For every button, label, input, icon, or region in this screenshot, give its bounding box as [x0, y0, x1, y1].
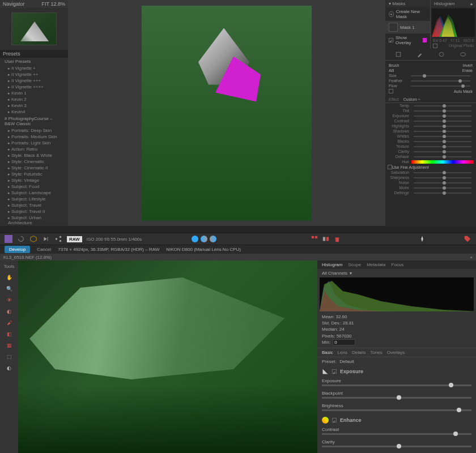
- tab-basic[interactable]: Basic: [322, 350, 333, 355]
- overlay-tool[interactable]: ◧: [5, 330, 13, 338]
- channel-blue[interactable]: [192, 236, 198, 242]
- preset-item[interactable]: Subject: Travel: [0, 202, 68, 208]
- marker-icon[interactable]: [418, 235, 426, 243]
- navigator-thumbnail[interactable]: [11, 12, 57, 45]
- sharpness-slider[interactable]: [414, 177, 471, 178]
- preset-item[interactable]: Subject: Urban Architecture: [0, 215, 68, 226]
- develop-canvas[interactable]: [18, 260, 317, 453]
- crop-tool[interactable]: ⬚: [5, 353, 13, 361]
- tint-slider[interactable]: [414, 110, 471, 112]
- clarity-slider[interactable]: [322, 446, 471, 447]
- feather-slider[interactable]: [411, 80, 470, 82]
- brush-b[interactable]: B: [392, 69, 394, 72]
- blacks-slider[interactable]: [414, 141, 471, 142]
- skip-icon[interactable]: [42, 235, 50, 243]
- finetune-checkbox[interactable]: [388, 165, 392, 169]
- min-input[interactable]: [333, 339, 355, 345]
- preset-item[interactable]: II Vignette ++: [0, 71, 68, 78]
- channel-split2[interactable]: [210, 236, 216, 242]
- brush-tool[interactable]: 🖌: [5, 319, 13, 327]
- preset-item[interactable]: Action: Retro: [0, 146, 68, 152]
- highlights-slider[interactable]: [414, 126, 471, 127]
- exposure-slider[interactable]: [322, 384, 471, 386]
- preset-dropdown[interactable]: Default: [339, 359, 354, 364]
- create-mask-button[interactable]: +Create New Mask: [385, 7, 430, 21]
- preset-item[interactable]: II Vignette +++: [0, 78, 68, 84]
- cube-icon[interactable]: [29, 235, 37, 243]
- presets-header[interactable]: Presets: [0, 50, 68, 58]
- preset-item[interactable]: Portraits: Medium Skin: [0, 134, 68, 140]
- flow-slider[interactable]: [411, 86, 470, 87]
- tab-histogram[interactable]: Histogram: [322, 262, 342, 267]
- blackpoint-slider[interactable]: [322, 397, 471, 399]
- preset-item[interactable]: Kevin4: [0, 109, 68, 115]
- tab-focus[interactable]: Focus: [392, 262, 404, 267]
- custom-tab[interactable]: Custom ÷: [403, 97, 420, 101]
- trash-icon[interactable]: [333, 235, 341, 243]
- tab-overlays[interactable]: Overlays: [387, 350, 405, 355]
- redeye-tool[interactable]: 👁: [5, 296, 13, 304]
- preset-item[interactable]: II Vignette +: [0, 65, 68, 71]
- preset-item[interactable]: Subject: Travel II: [0, 208, 68, 215]
- cancel-button[interactable]: Cancel: [37, 247, 51, 252]
- preset-item[interactable]: Subject: Food: [0, 183, 68, 190]
- gradient-icon[interactable]: [438, 51, 445, 58]
- show-overlay-toggle[interactable]: Show Overlay: [385, 33, 430, 47]
- refresh-icon[interactable]: [17, 235, 25, 243]
- exposure-section-toggle[interactable]: Exposure: [317, 366, 476, 377]
- hue-slider[interactable]: [411, 160, 474, 164]
- contrast-slider[interactable]: [322, 433, 471, 435]
- preset-item[interactable]: Kevin 2: [0, 96, 68, 102]
- grid-icon[interactable]: [311, 235, 318, 243]
- preset-item[interactable]: Kevin 3: [0, 102, 68, 109]
- moire-slider[interactable]: [414, 187, 471, 189]
- preset-item[interactable]: Style: Futuristic: [0, 171, 68, 177]
- app-icon[interactable]: [5, 235, 12, 243]
- preset-item[interactable]: II Vignette ++++: [0, 84, 68, 90]
- defringe-slider[interactable]: [414, 193, 471, 194]
- tab-lens[interactable]: Lens: [338, 350, 347, 355]
- preset-item[interactable]: Subject: Landscape: [0, 190, 68, 196]
- size-slider[interactable]: [411, 75, 470, 76]
- preset-item[interactable]: Kevin 1: [0, 90, 68, 96]
- preset-item[interactable]: Style: Cinematic: [0, 159, 68, 165]
- clarity-slider[interactable]: [414, 151, 471, 152]
- enhance-section-toggle[interactable]: Enhance: [317, 414, 476, 426]
- contrast-slider[interactable]: [414, 121, 471, 122]
- temp-slider[interactable]: [414, 105, 471, 106]
- compare-icon[interactable]: [322, 235, 330, 243]
- saturation-slider[interactable]: [414, 172, 471, 173]
- texture-slider[interactable]: [414, 146, 471, 147]
- whites-slider[interactable]: [414, 136, 471, 137]
- zoom-tool[interactable]: 🔍: [5, 285, 13, 293]
- preset-item[interactable]: Subject: Lifestyle: [0, 196, 68, 202]
- radial-icon[interactable]: [460, 51, 466, 58]
- channel-split[interactable]: [201, 236, 207, 242]
- hand-tool[interactable]: ✋: [5, 273, 13, 281]
- share-icon[interactable]: [54, 235, 62, 243]
- preset-item[interactable]: Style: Black & White: [0, 152, 68, 159]
- dehaze-slider[interactable]: [414, 156, 471, 157]
- preset-item[interactable]: Style: Vintage: [0, 177, 68, 183]
- effect-tab[interactable]: Effect: [389, 97, 399, 101]
- preset-item[interactable]: Style: Cinematic II: [0, 165, 68, 171]
- tab-details[interactable]: Details: [352, 350, 366, 355]
- tab-metadata[interactable]: Metadata: [367, 262, 385, 267]
- exposure-slider[interactable]: [414, 116, 471, 117]
- erase-button[interactable]: Erase: [462, 69, 473, 72]
- close-icon[interactable]: ×: [470, 255, 473, 260]
- whitebalance-tool[interactable]: ◐: [5, 364, 13, 372]
- brush-icon[interactable]: [416, 51, 423, 58]
- shadows-slider[interactable]: [414, 131, 471, 132]
- tab-scope[interactable]: Scope: [348, 262, 361, 267]
- channels-dropdown[interactable]: All Channels▾: [317, 269, 476, 277]
- tag-icon[interactable]: [464, 235, 471, 243]
- preset-item[interactable]: Portraits: Deep Skin: [0, 127, 68, 134]
- gradient-tool[interactable]: ▦: [5, 341, 13, 349]
- noise-slider[interactable]: [414, 182, 471, 183]
- automask-checkbox[interactable]: [389, 89, 393, 93]
- preset-item[interactable]: Portraits: Light Skin: [0, 140, 68, 146]
- tab-tones[interactable]: Tones: [370, 350, 382, 355]
- crop-icon[interactable]: [395, 51, 402, 58]
- mask-item-1[interactable]: Mask 1: [385, 21, 430, 33]
